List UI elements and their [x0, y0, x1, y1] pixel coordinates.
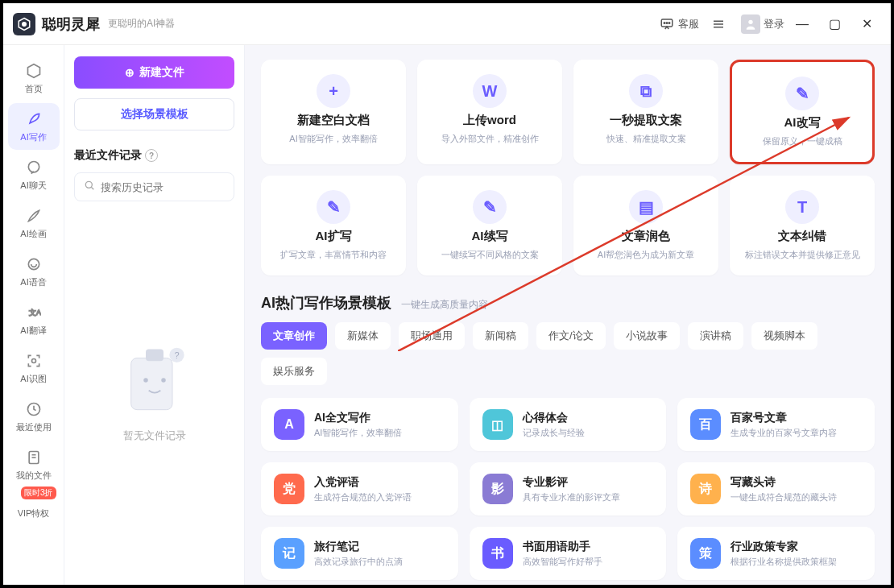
template-card[interactable]: AAI全文写作AI智能写作，效率翻倍 — [261, 398, 458, 451]
choose-template-label: 选择场景模板 — [121, 107, 188, 120]
svg-point-5 — [668, 22, 670, 23]
template-card[interactable]: 影专业影评具有专业水准的影评文章 — [470, 462, 667, 516]
menu-button[interactable] — [710, 16, 730, 32]
feature-card-title: 文章润色 — [622, 229, 670, 244]
nav-ai-chat[interactable]: AI聊天 — [8, 151, 60, 198]
help-icon[interactable]: ? — [145, 149, 158, 162]
template-card[interactable]: 百百家号文章生成专业的百家号文章内容 — [677, 398, 875, 451]
feature-card-subtitle: AI智能写作，效率翻倍 — [289, 133, 377, 145]
feature-card-title: 上传word — [463, 113, 516, 128]
feather-icon — [25, 110, 43, 128]
svg-line-20 — [91, 187, 93, 189]
nav-label: AI翻译 — [20, 325, 46, 337]
template-card-icon: 百 — [690, 409, 721, 440]
template-card[interactable]: 党入党评语生成符合规范的入党评语 — [261, 462, 458, 516]
minimize-icon: — — [796, 17, 809, 31]
svg-point-14 — [31, 358, 35, 362]
new-file-button[interactable]: ⊕ 新建文件 — [74, 56, 234, 89]
feature-card-title: AI续写 — [472, 229, 508, 244]
nav-ai-image[interactable]: AI识图 — [8, 345, 60, 391]
feature-card-icon: W — [473, 74, 507, 108]
feature-card[interactable]: T文本纠错标注错误文本并提供修正意见 — [730, 176, 875, 275]
app-logo-icon — [13, 13, 35, 35]
template-card-icon: 策 — [690, 538, 721, 569]
nav-vip[interactable]: 限时3折 VIP特权 — [8, 490, 60, 536]
close-icon: ✕ — [862, 16, 872, 31]
search-box[interactable] — [74, 172, 234, 201]
main-content: +新建空白文档AI智能写作，效率翻倍W上传word导入外部文件，精准创作⧉一秒提… — [245, 45, 891, 585]
template-tab[interactable]: 作文/论文 — [536, 322, 606, 350]
nav-my-files[interactable]: 我的文件 — [8, 441, 60, 488]
svg-point-9 — [748, 19, 752, 23]
template-card-title: 心得体会 — [523, 411, 585, 425]
template-card[interactable]: ◫心得体会记录成长与经验 — [470, 398, 667, 451]
feature-card-icon: T — [785, 190, 819, 224]
template-card-subtitle: 根据行业名称提供政策框架 — [731, 556, 837, 568]
nav-label: AI绘画 — [20, 228, 46, 240]
nav-home[interactable]: 首页 — [8, 55, 60, 101]
feature-card-subtitle: 导入外部文件，精准创作 — [441, 133, 539, 145]
feature-card[interactable]: W上传word导入外部文件，精准创作 — [417, 60, 562, 164]
feature-card[interactable]: ✎AI改写保留原义，一键成稿 — [730, 60, 875, 164]
feature-card-title: AI改写 — [784, 115, 821, 130]
template-tab[interactable]: 新媒体 — [335, 322, 391, 350]
template-tab[interactable]: 视频脚本 — [751, 322, 817, 350]
vip-badge: 限时3折 — [21, 487, 56, 499]
template-tab[interactable]: 职场通用 — [399, 322, 465, 350]
template-card-subtitle: 生成专业的百家号文章内容 — [731, 427, 837, 439]
nav-ai-draw[interactable]: AI绘画 — [8, 200, 60, 246]
nav-recent[interactable]: 最近使用 — [8, 393, 60, 440]
template-tab[interactable]: 新闻稿 — [473, 322, 528, 350]
section-subtitle: 一键生成高质量内容 — [401, 298, 488, 312]
feature-card[interactable]: +新建空白文档AI智能写作，效率翻倍 — [261, 60, 406, 164]
brush-icon — [25, 207, 43, 225]
templates-section-head: AI热门写作场景模板 一键生成高质量内容 — [261, 293, 875, 313]
chat-icon — [25, 159, 43, 176]
feature-card[interactable]: ⧉一秒提取文案快速、精准提取文案 — [573, 60, 718, 164]
maximize-button[interactable]: ▢ — [820, 10, 849, 39]
user-avatar-icon — [741, 14, 760, 34]
template-card-subtitle: 高效智能写作好帮手 — [523, 556, 602, 568]
login-button[interactable]: 登录 — [741, 14, 784, 34]
template-card[interactable]: 记旅行笔记高效记录旅行中的点滴 — [261, 527, 458, 580]
empty-text: 暂无文件记录 — [123, 429, 186, 443]
svg-text:?: ? — [174, 350, 179, 360]
search-input[interactable] — [101, 181, 236, 193]
nav-ai-voice[interactable]: AI语音 — [8, 248, 60, 295]
close-button[interactable]: ✕ — [852, 10, 881, 39]
feature-card-icon: ▤ — [629, 190, 663, 224]
nav-label: 最近使用 — [16, 421, 52, 433]
template-tab[interactable]: 演讲稿 — [688, 322, 743, 350]
feature-card[interactable]: ✎AI扩写扩写文章，丰富情节和内容 — [261, 176, 406, 275]
template-tab[interactable]: 娱乐服务 — [261, 358, 327, 385]
template-card-title: 书面用语助手 — [523, 540, 602, 554]
new-file-label: 新建文件 — [139, 65, 184, 80]
template-tab[interactable]: 文章创作 — [261, 322, 327, 350]
feature-card[interactable]: ▤文章润色AI帮您润色为成为新文章 — [573, 176, 718, 275]
feature-card-icon: ✎ — [785, 77, 819, 110]
nav-ai-translate[interactable]: 文A AI翻译 — [8, 296, 60, 343]
nav-ai-writing[interactable]: AI写作 — [8, 103, 60, 150]
template-card[interactable]: 策行业政策专家根据行业名称提供政策框架 — [677, 527, 875, 580]
svg-point-3 — [664, 22, 665, 23]
template-card[interactable]: 书书面用语助手高效智能写作好帮手 — [470, 527, 667, 580]
template-card-icon: 记 — [274, 538, 304, 569]
feature-card-icon: ✎ — [473, 190, 507, 224]
feature-card-title: 文本纠错 — [778, 229, 826, 244]
template-tab[interactable]: 小说故事 — [614, 322, 680, 350]
template-card[interactable]: 诗写藏头诗一键生成符合规范的藏头诗 — [677, 462, 875, 516]
minimize-button[interactable]: — — [788, 10, 817, 39]
template-card-title: AI全文写作 — [314, 411, 402, 425]
feature-card[interactable]: ✎AI续写一键续写不同风格的文案 — [417, 176, 562, 275]
app-title: 聪明灵犀 — [42, 14, 100, 34]
template-card-subtitle: AI智能写作，效率翻倍 — [314, 427, 402, 439]
clock-icon — [25, 400, 43, 418]
app-subtitle: 更聪明的AI神器 — [108, 17, 175, 31]
choose-template-button[interactable]: 选择场景模板 — [74, 98, 234, 130]
template-card-title: 专业影评 — [523, 475, 620, 490]
feature-card-subtitle: 快速、精准提取文案 — [606, 133, 686, 145]
sidebar-nav: 首页 AI写作 AI聊天 AI绘画 AI语音 文A AI翻译 — [3, 45, 64, 585]
search-icon — [83, 179, 96, 195]
home-icon — [25, 62, 43, 80]
support-link[interactable]: 客服 — [659, 16, 699, 32]
